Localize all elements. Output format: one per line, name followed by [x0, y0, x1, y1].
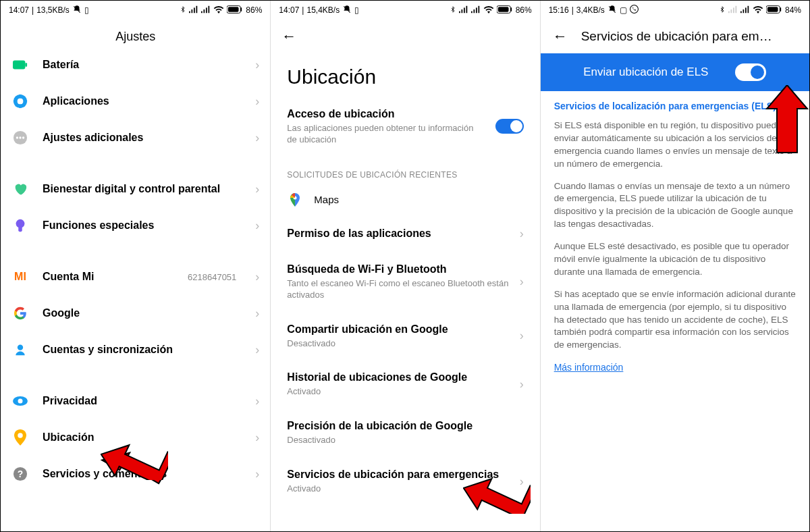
back-button[interactable]: ←: [281, 28, 296, 45]
mute-icon: [608, 5, 617, 16]
row-title: Precisión de la ubicación de Google: [287, 419, 523, 433]
svg-rect-53: [735, 5, 736, 13]
settings-item-wellbeing[interactable]: Bienestar digital y control parental ›: [1, 171, 270, 207]
row-title: Permiso de las aplicaciones: [287, 227, 508, 240]
bluetooth-icon: [450, 5, 456, 16]
battery-icon: [766, 5, 782, 16]
svg-rect-56: [745, 7, 747, 13]
svg-rect-17: [19, 105, 22, 109]
svg-point-29: [18, 433, 23, 438]
svg-rect-11: [228, 7, 239, 11]
row-sub: Desactivado: [287, 435, 523, 446]
settings-item-additional[interactable]: Ajustes adicionales ›: [1, 119, 270, 156]
settings-item-accounts[interactable]: Cuentas y sincronización ›: [1, 331, 270, 368]
chevron-right-icon: ›: [255, 131, 259, 145]
row-google-share[interactable]: Compartir ubicación en Google Desactivad…: [271, 312, 539, 361]
svg-rect-18: [14, 100, 18, 103]
page-title: Ubicación: [271, 53, 539, 97]
row-wifi-bt-scan[interactable]: Búsqueda de Wi-Fi y Bluetooth Tanto el e…: [271, 252, 539, 312]
help-icon: ?: [11, 465, 29, 483]
svg-point-15: [17, 98, 23, 104]
svg-rect-10: [241, 7, 242, 11]
settings-item-privacy[interactable]: Privacidad ›: [1, 383, 270, 419]
chevron-right-icon: ›: [255, 467, 259, 481]
svg-rect-3: [194, 7, 195, 13]
svg-rect-54: [740, 11, 742, 13]
info-paragraph: Si ELS está disponible en tu región, tu …: [554, 119, 796, 171]
item-label: Bienestar digital y control parental: [43, 182, 242, 196]
row-emergency-location[interactable]: Servicios de ubicación para emergencias …: [271, 457, 539, 506]
cast-icon: ▢: [620, 5, 627, 15]
account-icon: [11, 341, 29, 358]
toggle-label: Enviar ubicación de ELS: [583, 65, 708, 79]
recent-app-maps[interactable]: Maps: [271, 186, 539, 216]
settings-item-google[interactable]: Google ›: [1, 295, 270, 331]
row-title: Servicios de ubicación para emergencias: [287, 468, 508, 481]
item-value: 6218647051: [188, 272, 236, 282]
svg-rect-41: [476, 7, 477, 13]
chevron-right-icon: ›: [520, 275, 524, 289]
status-speed: 15,4KB/s: [306, 5, 340, 15]
row-title: Compartir ubicación en Google: [287, 323, 508, 336]
status-bar: 14:07 | 13,5KB/s ▯ 86%: [1, 1, 270, 20]
bluetooth-icon: [180, 5, 186, 16]
settings-item-battery[interactable]: Batería ›: [1, 53, 270, 83]
status-time: 14:07: [279, 5, 299, 15]
svg-rect-25: [18, 227, 22, 232]
back-button[interactable]: ←: [553, 28, 568, 45]
svg-point-49: [630, 5, 638, 14]
page-title: Ajustes: [115, 30, 155, 44]
info-paragraph: Cuando llamas o envías un mensaje de tex…: [554, 180, 796, 232]
row-google-history[interactable]: Historial de ubicaciones de Google Activ…: [271, 360, 539, 408]
google-icon: [11, 304, 29, 322]
wifi-icon: [213, 5, 224, 16]
sim-icon: ▯: [354, 5, 359, 15]
settings-item-special[interactable]: Funciones especiales ›: [1, 207, 270, 244]
svg-rect-42: [478, 5, 479, 13]
chevron-right-icon: ›: [255, 307, 259, 321]
section-header: SOLICITUDES DE UBICACIÓN RECIENTES: [271, 157, 539, 186]
battery-icon: [497, 5, 513, 16]
row-google-accuracy[interactable]: Precisión de la ubicación de Google Desa…: [271, 408, 539, 457]
signal-icon-2: [471, 5, 481, 16]
svg-rect-5: [201, 11, 202, 13]
sim-icon: ▯: [84, 5, 89, 15]
chevron-right-icon: ›: [520, 227, 524, 241]
row-title: Historial de ubicaciones de Google: [287, 371, 508, 384]
svg-rect-38: [466, 5, 467, 13]
settings-item-feedback[interactable]: ? Servicios y comentarios ›: [1, 456, 270, 492]
special-icon: [11, 217, 29, 234]
els-screen: 15:16 | 3,4KB/s ▢ 84% ← Servicios de ubi…: [540, 1, 809, 531]
more-info-link[interactable]: Más información: [554, 362, 624, 373]
row-sub: Activado: [287, 386, 508, 398]
whatsapp-icon: [630, 5, 639, 16]
svg-rect-35: [459, 11, 460, 13]
title-bar: ← Servicios de ubicación para em…: [541, 20, 809, 53]
svg-rect-13: [25, 63, 27, 67]
app-name: Maps: [314, 194, 523, 205]
item-label: Ubicación: [43, 431, 242, 445]
status-bar: 14:07 | 15,4KB/s ▯ 86%: [271, 1, 539, 20]
settings-item-apps[interactable]: Aplicaciones ›: [1, 83, 270, 119]
item-label: Cuentas y sincronización: [43, 343, 242, 357]
item-label: Google: [43, 307, 242, 321]
page-title: Servicios de ubicación para em…: [581, 29, 772, 44]
svg-point-28: [18, 399, 23, 404]
settings-item-mi-account[interactable]: MI Cuenta Mi 6218647051 ›: [1, 259, 270, 295]
location-access-row[interactable]: Acceso de ubicación Las aplicaciones pue…: [271, 97, 539, 157]
chevron-right-icon: ›: [255, 95, 259, 109]
els-toggle-bar[interactable]: Enviar ubicación de ELS: [541, 53, 809, 91]
info-section: Servicios de localización para emergenci…: [541, 91, 809, 383]
row-title: Búsqueda de Wi-Fi y Bluetooth: [287, 263, 508, 276]
row-app-permissions[interactable]: Permiso de las aplicaciones ›: [271, 216, 539, 252]
location-access-toggle[interactable]: [495, 119, 524, 134]
svg-rect-52: [733, 7, 734, 13]
els-toggle[interactable]: [735, 63, 766, 81]
item-label: Batería: [43, 58, 242, 72]
signal-icon-2: [740, 5, 750, 16]
svg-rect-36: [461, 9, 462, 13]
settings-item-location[interactable]: Ubicación ›: [1, 419, 270, 456]
chevron-right-icon: ›: [520, 475, 524, 489]
svg-rect-12: [13, 61, 25, 70]
svg-rect-51: [730, 9, 732, 13]
